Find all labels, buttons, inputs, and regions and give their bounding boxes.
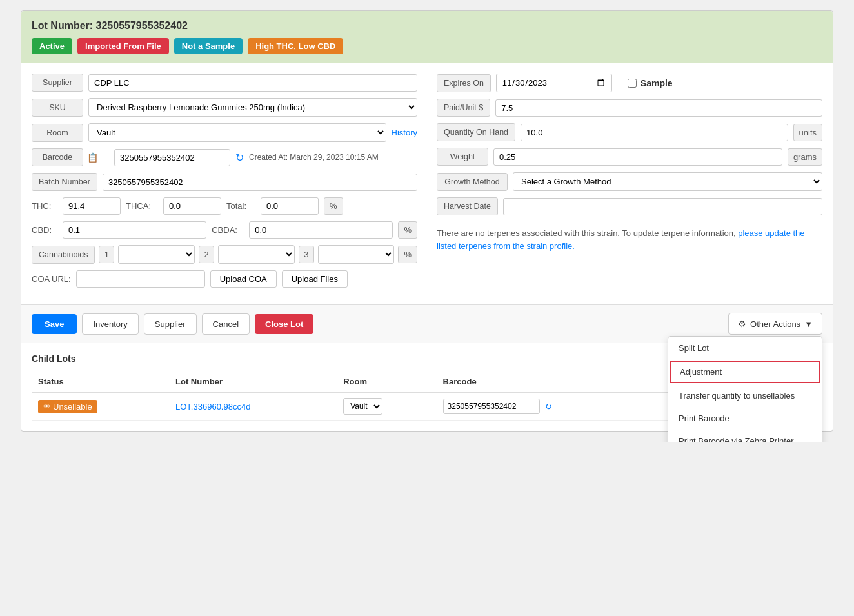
badge-high-thc[interactable]: High THC, Low CBD — [248, 38, 343, 54]
cbda-label: CBDA: — [212, 225, 244, 235]
harvest-row: Harvest Date — [437, 197, 822, 215]
barcode-refresh-icon[interactable]: ↻ — [235, 152, 244, 164]
other-actions-button[interactable]: ⚙ Other Actions ▼ — [728, 313, 822, 335]
qty-row: Quantity On Hand units — [437, 123, 822, 141]
left-column: Supplier SKU Derived Raspberry Lemonade … — [32, 74, 417, 294]
col-barcode: Barcode — [437, 372, 669, 392]
cbda-input[interactable] — [249, 221, 393, 239]
dropdown-arrow-icon: ▼ — [804, 319, 813, 329]
content-area: Supplier SKU Derived Raspberry Lemonade … — [21, 63, 833, 304]
batch-input[interactable] — [103, 174, 417, 191]
dropdown-item-transfer[interactable]: Transfer quantity to unsellables — [668, 384, 822, 407]
dropdown-item-print-zebra[interactable]: Print Barcode via Zebra Printer — [668, 430, 822, 442]
right-column: Expires On Sample Paid/Unit $ Quantity O… — [437, 74, 822, 294]
other-actions-dropdown: Split Lot Adjustment Transfer quantity t… — [668, 336, 822, 442]
cbd-input[interactable] — [63, 221, 206, 239]
coa-label: COA URL: — [32, 274, 71, 284]
terpene-note-text: There are no terpenes associated with th… — [437, 228, 736, 238]
qty-unit: units — [793, 124, 822, 141]
upload-coa-button[interactable]: Upload COA — [210, 270, 277, 288]
expires-label: Expires On — [437, 74, 491, 92]
badge-active[interactable]: Active — [32, 38, 72, 54]
thc-label: THC: — [32, 201, 57, 211]
growth-label: Growth Method — [437, 173, 508, 191]
coa-input[interactable] — [76, 270, 205, 288]
inventory-button[interactable]: Inventory — [82, 313, 138, 335]
close-lot-button[interactable]: Close Lot — [255, 314, 313, 334]
sku-select[interactable]: Derived Raspberry Lemonade Gummies 250mg… — [88, 98, 417, 117]
badge-not-sample[interactable]: Not a Sample — [174, 38, 243, 54]
sample-checkbox[interactable] — [628, 79, 637, 88]
row-barcode: ↻ — [437, 392, 669, 421]
lot-title: Lot Number: 3250557955352402 — [32, 20, 822, 32]
room-row: Room Vault History — [32, 123, 417, 142]
expires-input[interactable] — [496, 74, 612, 92]
room-label: Room — [32, 124, 83, 142]
history-link[interactable]: History — [392, 128, 417, 137]
barcode-label-group: Barcode 📋 — [32, 148, 109, 166]
cbd-label: CBD: — [32, 225, 57, 235]
total-label: Total: — [226, 201, 255, 211]
barcode-copy-icon[interactable]: 📋 — [87, 152, 98, 163]
thc-row: THC: THCA: Total: % — [32, 197, 417, 215]
thca-label: THCA: — [126, 201, 158, 211]
col-status: Status — [32, 372, 169, 392]
cannabinoids-row: Cannabinoids 1 2 3 % — [32, 245, 417, 264]
dropdown-item-print-barcode[interactable]: Print Barcode — [668, 407, 822, 430]
paid-input[interactable] — [495, 99, 822, 117]
batch-label: Batch Number — [32, 173, 97, 191]
badge-imported[interactable]: Imported From File — [77, 38, 169, 54]
terpene-note: There are no terpenes associated with th… — [437, 227, 822, 253]
cann-num2: 2 — [199, 246, 214, 263]
header-section: Lot Number: 3250557955352402 Active Impo… — [21, 11, 833, 63]
weight-input[interactable] — [493, 148, 782, 166]
thca-input[interactable] — [163, 197, 221, 215]
row-lot-number: LOT.336960.98cc4d — [169, 392, 337, 421]
unsellable-badge: 👁 Unsellable — [38, 400, 97, 413]
sample-label: Sample — [640, 78, 673, 88]
cbd-row: CBD: CBDA: % — [32, 221, 417, 239]
dropdown-item-adjustment[interactable]: Adjustment — [670, 361, 820, 383]
harvest-label: Harvest Date — [437, 197, 498, 215]
row-barcode-input[interactable] — [443, 399, 540, 414]
save-button[interactable]: Save — [32, 314, 77, 334]
cann-num1: 1 — [99, 246, 114, 263]
cbd-percent-unit: % — [398, 221, 417, 239]
cann-select-2[interactable] — [218, 245, 295, 264]
barcode-input[interactable] — [114, 149, 230, 166]
thc-percent-unit: % — [324, 197, 343, 215]
cann-select-1[interactable] — [118, 245, 195, 264]
col-lot-number: Lot Number — [169, 372, 337, 392]
growth-select[interactable]: Select a Growth Method — [513, 172, 822, 191]
cancel-button[interactable]: Cancel — [202, 313, 250, 335]
coa-row: COA URL: Upload COA Upload Files — [32, 270, 417, 288]
dropdown-item-split-lot[interactable]: Split Lot — [668, 337, 822, 359]
eye-icon: 👁 — [43, 402, 50, 410]
footer-bar: Save Inventory Supplier Cancel Close Lot… — [21, 304, 833, 343]
sku-row: SKU Derived Raspberry Lemonade Gummies 2… — [32, 98, 417, 117]
total-input[interactable] — [261, 197, 319, 215]
harvest-input[interactable] — [503, 198, 822, 215]
supplier-button[interactable]: Supplier — [144, 313, 197, 335]
cann-select-3[interactable] — [318, 245, 395, 264]
lot-number-link[interactable]: LOT.336960.98cc4d — [175, 402, 250, 412]
paid-row: Paid/Unit $ — [437, 99, 822, 117]
row-room-select[interactable]: Vault — [343, 398, 382, 415]
expires-row: Expires On Sample — [437, 74, 822, 92]
thc-input[interactable] — [63, 197, 121, 215]
upload-files-button[interactable]: Upload Files — [282, 270, 348, 288]
supplier-label: Supplier — [32, 74, 83, 92]
row-room: Vault — [337, 392, 436, 421]
qty-label: Quantity On Hand — [437, 123, 515, 141]
qty-input[interactable] — [521, 124, 788, 141]
weight-label: Weight — [437, 148, 488, 166]
other-actions-group: ⚙ Other Actions ▼ Split Lot Adjustment T… — [728, 313, 822, 335]
cann-percent-unit: % — [398, 246, 417, 263]
room-select[interactable]: Vault — [88, 123, 386, 142]
other-actions-label: Other Actions — [750, 319, 800, 329]
row-status: 👁 Unsellable — [32, 392, 169, 421]
barcode-row: Barcode 📋 ↻ Created At: March 29, 2023 1… — [32, 148, 417, 166]
paid-label: Paid/Unit $ — [437, 99, 490, 117]
row-barcode-refresh-icon[interactable]: ↻ — [545, 402, 552, 412]
supplier-input[interactable] — [88, 74, 417, 92]
